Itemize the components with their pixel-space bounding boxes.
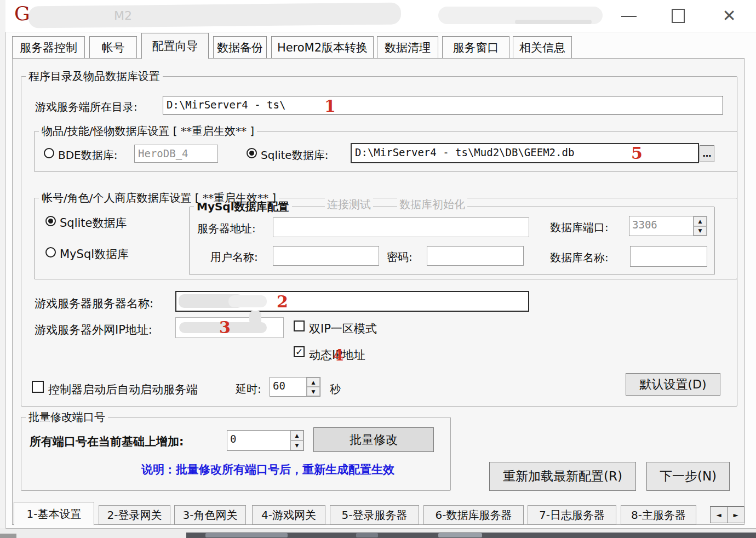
- port-increase-spinner[interactable]: 0 ▲▼: [227, 430, 304, 451]
- tab-label: 6-数据库服务器: [436, 508, 512, 523]
- tab-data-backup[interactable]: 数据备份: [213, 36, 267, 58]
- app-logo: G: [14, 2, 30, 25]
- tab-config-wizard[interactable]: 配置向导: [141, 33, 209, 59]
- arrow-left-icon: ◄: [716, 511, 721, 519]
- dual-ip-label: 双IP一区模式: [309, 321, 377, 336]
- tab-label: HeroM2版本转换: [277, 40, 368, 55]
- bde-db-radio[interactable]: [44, 148, 54, 158]
- arrow-right-icon: ►: [733, 511, 738, 519]
- taskbar-strip: [186, 533, 756, 538]
- tab-label: 2-登录网关: [107, 508, 162, 523]
- close-button[interactable]: ✕: [715, 5, 743, 26]
- spin-down-icon[interactable]: ▼: [290, 440, 303, 450]
- tab-basic-settings[interactable]: 1-基本设置: [14, 502, 94, 525]
- batch-note: 说明：批量修改所有端口号后，重新生成配置生效: [141, 462, 394, 477]
- spinner-arrows: ▲▼: [290, 431, 303, 450]
- mysql-port-value: 3306: [629, 216, 693, 236]
- tab-data-clean[interactable]: 数据清理: [377, 36, 438, 58]
- tab-server-control[interactable]: 服务器控制: [12, 36, 85, 58]
- tab-account[interactable]: 帐号: [89, 36, 137, 58]
- default-settings-button[interactable]: 默认设置(D): [626, 373, 720, 396]
- server-dir-input[interactable]: D:\MirServer4 - ts\: [163, 96, 723, 115]
- tab-label: 8-主服务器: [631, 508, 686, 523]
- redaction-blob: [249, 311, 261, 325]
- tab-login-server[interactable]: 5-登录服务器: [330, 505, 419, 525]
- bde-db-input[interactable]: HeroDB_4: [134, 145, 218, 163]
- tab-related-info[interactable]: 相关信息: [513, 36, 572, 58]
- autostart-label: 控制器启动后自动启动服务端: [48, 382, 198, 397]
- tab-label: 5-登录服务器: [342, 508, 408, 523]
- mysql-port-spinner[interactable]: 3306 ▲▼: [629, 216, 707, 236]
- tab-scroll-right-button[interactable]: ►: [727, 506, 744, 523]
- server-ip-label: 游戏服务器外网IP地址:: [35, 322, 152, 337]
- account-sqlite-label: Sqlite数据库: [60, 215, 127, 231]
- autostart-checkbox[interactable]: [32, 381, 44, 393]
- account-mysql-radio[interactable]: [45, 247, 56, 257]
- next-step-button[interactable]: 下一步(N): [646, 462, 730, 491]
- mysql-password-input[interactable]: [427, 246, 524, 266]
- server-name-input[interactable]: [175, 291, 529, 312]
- delay-label: 延时:: [236, 382, 261, 397]
- spin-down-icon[interactable]: ▼: [694, 226, 707, 236]
- tab-log-server[interactable]: 7-日志服务器: [528, 505, 616, 525]
- mysql-server-label: 服务器地址:: [197, 221, 256, 236]
- browse-button[interactable]: …: [700, 145, 714, 162]
- redaction-blob: [515, 20, 592, 24]
- db-init-link[interactable]: 数据库初始化: [397, 197, 467, 212]
- spin-up-icon[interactable]: ▲: [307, 377, 320, 387]
- delay-spinner[interactable]: 60 ▲▼: [270, 377, 320, 397]
- account-sqlite-radio[interactable]: [45, 216, 56, 226]
- tab-label: 配置向导: [152, 38, 198, 54]
- mysql-server-input[interactable]: [273, 218, 529, 237]
- tab-label: 数据清理: [385, 40, 431, 55]
- tab-main-server[interactable]: 8-主服务器: [621, 505, 696, 525]
- taskbar-blob: [356, 533, 378, 537]
- redaction-blob: [28, 2, 401, 28]
- spin-down-icon[interactable]: ▼: [307, 387, 320, 396]
- tab-herom2-convert[interactable]: HeroM2版本转换: [271, 36, 374, 58]
- tab-role-gateway[interactable]: 3-角色网关: [174, 505, 246, 525]
- mysql-dbname-input[interactable]: [630, 246, 707, 267]
- annotation-2: 2: [277, 292, 288, 311]
- dual-ip-checkbox[interactable]: [294, 320, 305, 331]
- dynamic-ip-checkbox[interactable]: ✓: [294, 346, 305, 357]
- mysql-port-label: 数据库端口:: [550, 220, 609, 235]
- bde-db-label: BDE数据库:: [58, 148, 118, 163]
- tab-scroll-left-button[interactable]: ◄: [710, 506, 728, 523]
- taskbar-blob: [438, 533, 482, 537]
- tab-label: 数据备份: [217, 40, 263, 55]
- spinner-arrows: ▲▼: [306, 377, 320, 396]
- screen: G M2 ✕ 服务器控制 帐号 配置向导 数据备份 HeroM2版本转换 数据清…: [0, 0, 756, 538]
- group-title: 程序目录及物品数据库设置: [26, 69, 163, 84]
- annotation-1: 1: [324, 96, 336, 116]
- sqlite-db-label: Sqlite数据库:: [261, 148, 328, 163]
- server-name-label: 游戏服务器服务器名称:: [35, 296, 153, 311]
- sqlite-db-input[interactable]: D:\MirServer4 - ts\Mud2\DB\GEEM2.db: [351, 143, 699, 163]
- taskbar-blob: [205, 533, 288, 537]
- reload-config-button[interactable]: 重新加载最新配置(R): [489, 462, 636, 491]
- tab-login-gateway[interactable]: 2-登录网关: [99, 505, 170, 525]
- annotation-5: 5: [631, 144, 643, 163]
- tab-label: 相关信息: [519, 40, 565, 55]
- batch-modify-button[interactable]: 批量修改: [313, 427, 434, 452]
- tab-game-gateway[interactable]: 4-游戏网关: [252, 505, 325, 525]
- titlebar: G M2 ✕: [5, 0, 756, 32]
- tab-service-window[interactable]: 服务窗口: [442, 36, 509, 58]
- connection-test-link[interactable]: 连接测试: [325, 197, 373, 212]
- spin-up-icon[interactable]: ▲: [290, 431, 303, 440]
- sqlite-db-radio[interactable]: [247, 148, 257, 158]
- maximize-button[interactable]: [666, 7, 691, 25]
- close-icon: ✕: [722, 8, 736, 24]
- tab-db-server[interactable]: 6-数据库服务器: [423, 505, 524, 525]
- spin-up-icon[interactable]: ▲: [694, 216, 707, 226]
- minimize-button[interactable]: [616, 9, 642, 24]
- spinner-arrows: ▲▼: [693, 216, 707, 236]
- tab-label: 服务器控制: [20, 40, 77, 55]
- annotation-3: 3: [219, 318, 231, 337]
- mysql-user-input[interactable]: [273, 246, 379, 266]
- account-mysql-label: MySql数据库: [60, 247, 129, 262]
- port-increase-label: 所有端口号在当前基础上增加:: [30, 434, 184, 449]
- check-icon: ✓: [295, 346, 303, 357]
- group-title: 批量修改端口号: [26, 410, 108, 425]
- mysql-password-label: 密码:: [387, 250, 413, 265]
